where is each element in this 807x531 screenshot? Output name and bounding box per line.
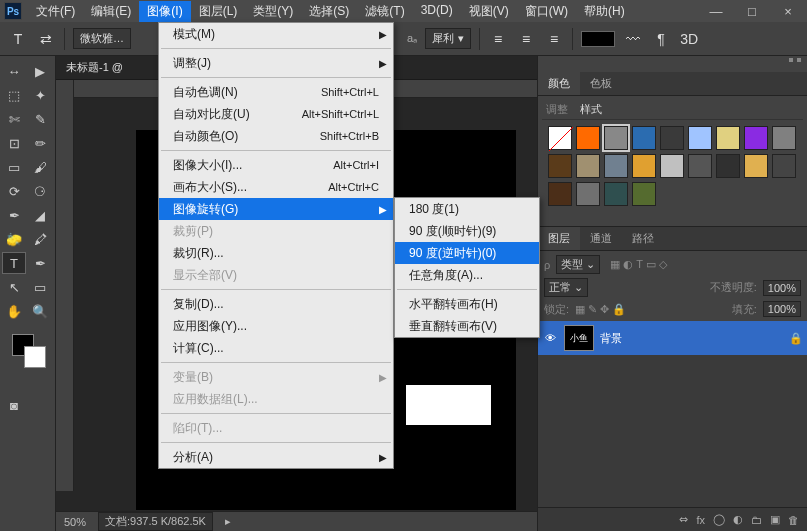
fx-icon[interactable]: fx [696, 514, 705, 526]
subtab-styles[interactable]: 样式 [580, 102, 602, 117]
quickmask-icon[interactable]: ◙ [2, 394, 26, 416]
folder-icon[interactable]: 🗀 [751, 514, 762, 526]
style-swatch[interactable] [716, 154, 740, 178]
tool-10[interactable]: ⟳ [2, 180, 26, 202]
menu-item[interactable]: 调整(J)▶ [159, 52, 393, 74]
tool-7[interactable]: ✏ [28, 132, 52, 154]
fill-input[interactable]: 100% [763, 301, 801, 317]
char-panel-icon[interactable]: ¶ [651, 29, 671, 49]
style-swatch[interactable] [604, 126, 628, 150]
antialias-dropdown[interactable]: 犀利▾ [425, 28, 471, 49]
tab-paths[interactable]: 路径 [622, 227, 664, 250]
style-swatch[interactable] [716, 126, 740, 150]
style-swatch[interactable] [632, 182, 656, 206]
style-swatch[interactable] [632, 126, 656, 150]
opacity-input[interactable]: 100% [763, 280, 801, 296]
layer-thumbnail[interactable]: 小鱼 [564, 325, 594, 351]
style-swatch[interactable] [548, 182, 572, 206]
adjustment-icon[interactable]: ◐ [733, 513, 743, 526]
link-layers-icon[interactable]: ⇔ [679, 513, 688, 526]
style-swatch[interactable] [548, 126, 572, 150]
new-layer-icon[interactable]: ▣ [770, 513, 780, 526]
tool-4[interactable]: ✄ [2, 108, 26, 130]
3d-icon[interactable]: 3D [679, 29, 699, 49]
tool-21[interactable]: 🔍 [28, 300, 52, 322]
menu-item[interactable]: 模式(M)▶ [159, 23, 393, 45]
tool-13[interactable]: ◢ [28, 204, 52, 226]
zoom-level[interactable]: 50% [64, 516, 86, 528]
menu-item[interactable]: 复制(D)... [159, 293, 393, 315]
tool-15[interactable]: 🖍 [28, 228, 52, 250]
style-swatch[interactable] [660, 126, 684, 150]
tool-6[interactable]: ⊡ [2, 132, 26, 154]
maximize-button[interactable]: □ [737, 3, 767, 19]
style-swatch[interactable] [688, 154, 712, 178]
tool-18[interactable]: ↖ [2, 276, 26, 298]
layer-name[interactable]: 背景 [600, 331, 622, 346]
tool-5[interactable]: ✎ [28, 108, 52, 130]
tool-8[interactable]: ▭ [2, 156, 26, 178]
style-swatch[interactable] [660, 154, 684, 178]
mask-icon[interactable]: ◯ [713, 513, 725, 526]
tool-1[interactable]: ▶ [28, 60, 52, 82]
menu-9[interactable]: 窗口(W) [517, 1, 576, 22]
style-swatch[interactable] [576, 154, 600, 178]
menu-item[interactable]: 水平翻转画布(H) [395, 293, 539, 315]
tool-9[interactable]: 🖌 [28, 156, 52, 178]
menu-item[interactable]: 180 度(1) [395, 198, 539, 220]
tool-11[interactable]: ⚆ [28, 180, 52, 202]
text-color-swatch[interactable] [581, 31, 615, 47]
align-center-icon[interactable]: ≡ [516, 29, 536, 49]
menu-item[interactable]: 分析(A)▶ [159, 446, 393, 468]
style-swatch[interactable] [604, 182, 628, 206]
style-swatch[interactable] [688, 126, 712, 150]
menu-item[interactable]: 自动色调(N)Shift+Ctrl+L [159, 81, 393, 103]
style-swatch[interactable] [744, 126, 768, 150]
menu-item[interactable]: 计算(C)... [159, 337, 393, 359]
tab-color[interactable]: 颜色 [538, 72, 580, 95]
menu-3[interactable]: 图层(L) [191, 1, 246, 22]
menu-10[interactable]: 帮助(H) [576, 1, 633, 22]
menu-item[interactable]: 画布大小(S)...Alt+Ctrl+C [159, 176, 393, 198]
tool-14[interactable]: 🧽 [2, 228, 26, 250]
menu-item[interactable]: 垂直翻转画布(V) [395, 315, 539, 337]
menu-item[interactable]: 自动对比度(U)Alt+Shift+Ctrl+L [159, 103, 393, 125]
style-swatch[interactable] [576, 126, 600, 150]
menu-item[interactable]: 应用图像(Y)... [159, 315, 393, 337]
tool-12[interactable]: ✒ [2, 204, 26, 226]
style-swatch[interactable] [604, 154, 628, 178]
layer-filter-dropdown[interactable]: 类型 ⌄ [556, 255, 600, 274]
orientation-toggle-icon[interactable]: ⇄ [36, 29, 56, 49]
warp-text-icon[interactable]: 〰 [623, 29, 643, 49]
menu-0[interactable]: 文件(F) [28, 1, 83, 22]
style-swatch[interactable] [548, 154, 572, 178]
style-swatch[interactable] [632, 154, 656, 178]
style-swatch[interactable] [744, 154, 768, 178]
layer-row[interactable]: 👁 小鱼 背景 🔒 [538, 321, 807, 355]
menu-item[interactable]: 90 度(逆时针)(0) [395, 242, 539, 264]
minimize-button[interactable]: — [701, 3, 731, 19]
align-right-icon[interactable]: ≡ [544, 29, 564, 49]
menu-item[interactable]: 图像旋转(G)▶ [159, 198, 393, 220]
menu-4[interactable]: 类型(Y) [245, 1, 301, 22]
tool-19[interactable]: ▭ [28, 276, 52, 298]
subtab-adjust[interactable]: 调整 [546, 102, 568, 117]
menu-item[interactable]: 任意角度(A)... [395, 264, 539, 286]
tool-16[interactable]: T [2, 252, 26, 274]
visibility-toggle-icon[interactable]: 👁 [542, 332, 558, 344]
tool-20[interactable]: ✋ [2, 300, 26, 322]
style-swatch[interactable] [576, 182, 600, 206]
tool-2[interactable]: ⬚ [2, 84, 26, 106]
close-button[interactable]: × [773, 3, 803, 19]
menu-6[interactable]: 滤镜(T) [357, 1, 412, 22]
menu-item[interactable]: 自动颜色(O)Shift+Ctrl+B [159, 125, 393, 147]
menu-7[interactable]: 3D(D) [413, 1, 461, 22]
style-swatch[interactable] [772, 154, 796, 178]
tool-3[interactable]: ✦ [28, 84, 52, 106]
menu-5[interactable]: 选择(S) [301, 1, 357, 22]
trash-icon[interactable]: 🗑 [788, 514, 799, 526]
menu-item[interactable]: 裁切(R)... [159, 242, 393, 264]
tool-17[interactable]: ✒ [28, 252, 52, 274]
menu-2[interactable]: 图像(I) [139, 1, 190, 22]
menu-item[interactable]: 90 度(顺时针)(9) [395, 220, 539, 242]
